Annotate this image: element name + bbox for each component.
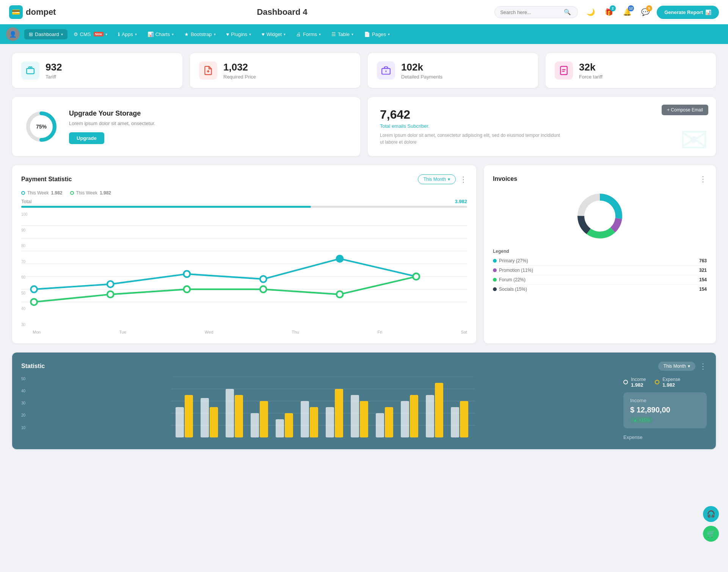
ie-legends: Income 1.982 Expense 1.982: [623, 377, 707, 388]
svg-rect-48: [285, 413, 293, 437]
widget-icon: ♥: [262, 31, 265, 37]
invoice-legend-row-promotion: Promotion (11%) 321: [493, 266, 707, 275]
invoices-donut-svg: [573, 190, 626, 243]
svg-rect-52: [335, 389, 343, 437]
detailed-payments-label: Detailed Payments: [401, 74, 442, 80]
logo-text: dompet: [26, 7, 56, 17]
statistic-dots-button[interactable]: ⋮: [699, 362, 707, 371]
generate-report-button[interactable]: Generate Report 📊: [657, 6, 719, 19]
invoices-card-header: Invoices ⋮: [493, 174, 707, 183]
nav-item-charts[interactable]: 📊 Charts ▾: [143, 29, 178, 39]
nav-label-apps: Apps: [122, 31, 133, 37]
dashboard-icon: ⊞: [29, 31, 33, 37]
pages-icon: 📄: [364, 31, 370, 37]
legend-item-1: This Week 1.982: [70, 190, 111, 196]
chevron-down-icon-widget: ▾: [284, 32, 286, 36]
legend-dot-teal: [21, 191, 25, 195]
income-ie-value: 1.982: [631, 382, 646, 388]
gift-icon-btn[interactable]: 🎁 2: [602, 5, 616, 19]
chevron-down-icon-apps: ▾: [135, 32, 137, 36]
nav-label-bootstrap: Bootstrap: [191, 31, 212, 37]
legend-item-0: This Week 1.982: [21, 190, 63, 196]
bell-icon-btn[interactable]: 🔔 12: [620, 5, 634, 19]
primary-value: 763: [699, 258, 707, 263]
nav-item-widget[interactable]: ♥ Widget ▾: [257, 29, 290, 39]
nav-avatar: 👤: [6, 27, 20, 41]
logo-area: 💳 dompet: [9, 5, 70, 19]
invoices-title: Invoices: [493, 176, 517, 182]
nav-label-dashboard: Dashboard: [35, 31, 59, 37]
payment-progress-bar: [21, 206, 467, 208]
nav-item-forms[interactable]: 🖨 Forms ▾: [292, 29, 325, 39]
legend-label-0: This Week: [27, 190, 49, 196]
nav-item-plugins[interactable]: ♥ Plugins ▾: [222, 29, 256, 39]
tariff-icon: [21, 61, 39, 80]
y-axis-labels: 100 90 80 70 60 50 40 30: [21, 212, 33, 334]
svg-rect-62: [460, 401, 468, 437]
table-icon: ☰: [331, 31, 336, 37]
gift-badge: 2: [610, 5, 616, 11]
legend-value-1: 1.982: [100, 190, 111, 196]
svg-point-24: [107, 291, 114, 298]
upgrade-button[interactable]: Upgrade: [69, 132, 104, 144]
nav-label-forms: Forms: [303, 31, 317, 37]
promotion-label: Promotion (11%): [499, 268, 533, 273]
chevron-down-icon-plugins: ▾: [249, 32, 251, 36]
promotion-value: 321: [699, 268, 707, 273]
statistic-filter-button[interactable]: This Month ▾: [658, 362, 695, 371]
svg-rect-60: [435, 383, 443, 437]
nav-item-dashboard[interactable]: ⊞ Dashboard ▾: [24, 29, 67, 39]
income-badge: ▲ +15%: [630, 417, 653, 423]
charts-icon: 📊: [147, 31, 154, 37]
total-row: Total 3.982: [21, 199, 467, 204]
statistic-card: Statistic This Month ▾ ⋮ 50 40 30 20: [12, 353, 716, 449]
line-chart-svg: [21, 212, 467, 328]
payment-filter-button[interactable]: This Month ▾: [418, 174, 456, 184]
force-tariff-icon: [555, 61, 573, 80]
primary-label: Primary (27%): [499, 258, 528, 263]
stat-cards-row: 932 Tariff 1,032 Required Price 102k Det…: [12, 53, 716, 88]
payment-dots-button[interactable]: ⋮: [460, 175, 467, 184]
chat-badge: 5: [646, 5, 652, 11]
statistic-title: Statistic: [21, 363, 45, 370]
search-input[interactable]: [500, 9, 561, 15]
detailed-payments-info: 102k Detailed Payments: [401, 61, 442, 80]
plugins-icon: ♥: [226, 31, 229, 37]
nav-item-bootstrap[interactable]: ★ Bootstrap ▾: [180, 29, 220, 39]
payment-title: Payment Statistic: [21, 176, 72, 183]
bar-chart-icon: 📊: [705, 9, 711, 15]
storage-info: Upgrade Your Storage Lorem ipsum dolor s…: [69, 110, 155, 144]
force-tariff-label: Force tariff: [579, 74, 602, 80]
nav-item-pages[interactable]: 📄 Pages ▾: [359, 29, 394, 39]
legend-title: Legend: [493, 249, 707, 254]
income-ie-label: Income: [631, 377, 646, 382]
avatar-image: 👤: [6, 27, 20, 41]
invoices-card: Invoices ⋮ Legend: [484, 165, 716, 343]
svg-point-19: [184, 271, 190, 277]
svg-rect-41: [201, 398, 209, 437]
promotion-dot: [493, 268, 497, 272]
nav-item-apps[interactable]: ℹ Apps ▾: [113, 29, 141, 39]
invoices-dots-button[interactable]: ⋮: [699, 174, 707, 183]
nav-item-cms[interactable]: ⚙ CMS New ▾: [69, 29, 112, 39]
required-price-icon: [199, 61, 217, 80]
search-bar[interactable]: 🔍: [494, 6, 578, 18]
invoice-legend-row-primary: Primary (27%) 763: [493, 256, 707, 266]
moon-icon-btn[interactable]: 🌙: [584, 5, 598, 19]
nav-label-widget: Widget: [267, 31, 282, 37]
compose-email-button[interactable]: + Compose Email: [662, 105, 708, 115]
bootstrap-icon: ★: [184, 31, 189, 37]
chevron-down-icon-bootstrap: ▾: [214, 32, 216, 36]
expense-legend-item: Expense 1.982: [655, 377, 680, 388]
nav-item-table[interactable]: ☰ Table ▾: [327, 29, 358, 39]
svg-rect-61: [451, 407, 459, 437]
stat-card-detailed-payments: 102k Detailed Payments: [368, 53, 538, 88]
chat-icon-btn[interactable]: 💬 5: [639, 5, 652, 19]
payment-invoices-row: Payment Statistic This Month ▾ ⋮ This We…: [12, 165, 716, 343]
invoice-legend-row-socials: Socials (15%) 154: [493, 285, 707, 294]
required-price-value: 1,032: [223, 61, 256, 73]
svg-point-18: [107, 281, 114, 287]
svg-point-28: [413, 273, 419, 280]
nav-label-plugins: Plugins: [231, 31, 247, 37]
invoice-legend-row-forum: Forum (22%) 154: [493, 275, 707, 285]
